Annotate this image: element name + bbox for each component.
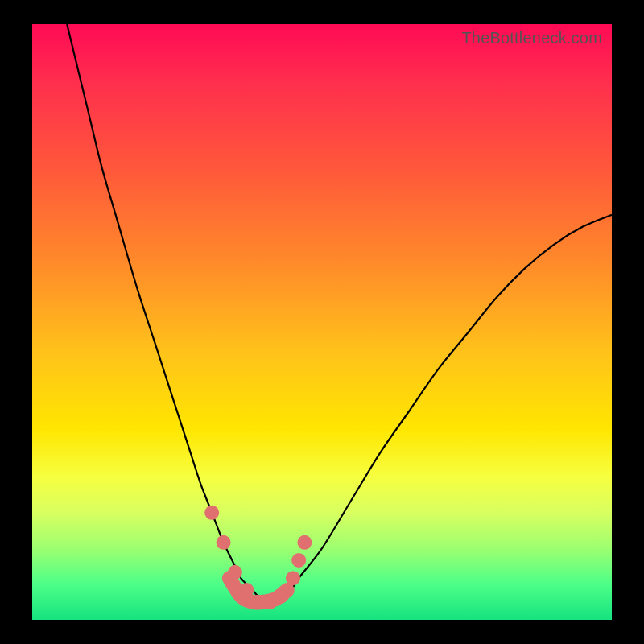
bottleneck-chart-svg (32, 24, 612, 620)
chart-plot-area: TheBottleneck.com (32, 24, 612, 620)
curve-marker-dot (204, 506, 219, 520)
curve-markers (204, 506, 312, 609)
curve-marker-dot (217, 535, 231, 550)
chart-frame: TheBottleneck.com (0, 0, 644, 644)
curve-marker-dot (291, 553, 306, 568)
curve-marker-dot (286, 571, 300, 585)
curve-marker-dot (297, 535, 312, 550)
curve-marker-dot (275, 588, 289, 603)
curve-marker-dot (228, 565, 242, 580)
bottleneck-curve-line (67, 24, 612, 603)
curve-marker-dot (239, 583, 254, 597)
